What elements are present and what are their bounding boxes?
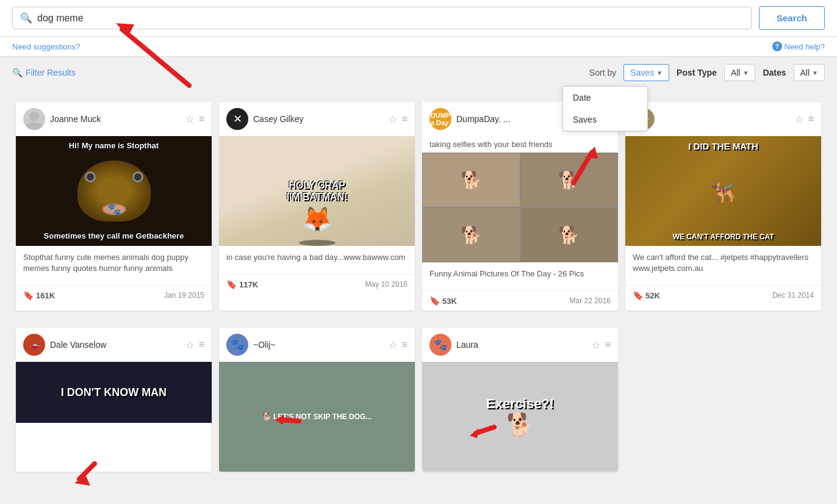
menu-icon-5[interactable]: ≡ [199, 339, 204, 350]
sort-by-label: Sort by [589, 68, 616, 77]
star-icon-1[interactable]: ☆ [185, 113, 194, 125]
card-actions-6: ☆ ≡ [389, 339, 408, 351]
meme-text-top-1: Hi! My name is Stopthat [69, 141, 159, 151]
dog-cell-2: 🐕 [520, 153, 619, 207]
need-suggestions-link[interactable]: Need suggestions? [12, 42, 80, 51]
toolbar: 🔍 Filter Results Sort by Saves ▼ Post Ty… [0, 57, 837, 88]
card-header-2: ✕ Casey Gilkey ☆ ≡ [219, 102, 415, 136]
card-date-4: Dec 31 2014 [772, 291, 814, 300]
empty-cell [622, 324, 825, 475]
card-body-4: We can't afford the cat... #jetpets #hap… [625, 246, 821, 285]
avatar-3: DUMPa Day [429, 108, 451, 130]
star-icon-4[interactable]: ☆ [795, 113, 803, 125]
user-name-6: ~Olij~ [253, 340, 384, 350]
avatar-5: 🚗 [23, 334, 45, 356]
card-actions-4: ☆ ≡ [795, 113, 814, 125]
bookmark-icon-4: 🔖 [633, 290, 643, 300]
search-bar: 🔍 [12, 7, 752, 29]
card-footer-4: 🔖 52K Dec 31 2014 [625, 285, 821, 305]
menu-icon-7[interactable]: ≡ [605, 339, 611, 350]
search-input[interactable] [37, 13, 744, 24]
menu-icon-2[interactable]: ≡ [402, 113, 408, 124]
chevron-down-icon: ▼ [812, 70, 818, 76]
saves-count-3: 🔖 53K [429, 296, 457, 306]
card-header-1: Joanne Muck ☆ ≡ [16, 102, 212, 136]
result-card-5: 🚗 Dale Vanselow ☆ ≡ I DON'T KNOW MAN [16, 328, 212, 472]
user-name-5: Dale Vanselow [50, 340, 181, 350]
dog-cell-4: 🐕 [520, 207, 619, 262]
help-circle-icon: ? [772, 41, 782, 51]
card-image-6: 🐕 LET'S NOT SKIP THE DOG... [219, 362, 415, 472]
svg-point-1 [26, 122, 43, 130]
sort-saves-button[interactable]: Saves ▼ [623, 64, 669, 81]
menu-icon-1[interactable]: ≡ [199, 113, 204, 124]
card-description-1: Stopthat funny cute memes animals dog pu… [23, 252, 204, 274]
card-footer-1: 🔖 161K Jan 19 2015 [16, 285, 212, 305]
card-description-2: in case you're having a bad day...www.ba… [226, 252, 408, 263]
avatar-1 [23, 108, 45, 130]
card-image-2: HOLY CRAPI'M BATMAN! 🦊 [219, 136, 415, 246]
meme-text-bottom-1: Sometimes they call me Getbackhere [44, 231, 184, 241]
menu-icon-6[interactable]: ≡ [402, 339, 408, 350]
svg-point-0 [29, 112, 39, 121]
card-actions-2: ☆ ≡ [389, 113, 408, 125]
card-date-1: Jan 19 2015 [164, 291, 204, 300]
toolbar-right: Sort by Saves ▼ Post Type All ▼ Dates Al… [589, 64, 825, 81]
card-image-1: Hi! My name is Stopthat 🐾 Sometimes they… [16, 136, 212, 246]
avatar-6: 🐾 [226, 334, 248, 356]
sub-header: Need suggestions? ? Need help? [0, 37, 837, 57]
card-image-3: 🐕 🐕 🐕 🐕 [422, 153, 618, 262]
avatar-7: 🐾 [429, 334, 451, 356]
card-body-3: Funny Animal Pictures Of The Day - 26 Pi… [422, 262, 618, 290]
need-help-link[interactable]: ? Need help? [772, 41, 825, 51]
result-card-3: DUMPa Day DumpaDay. ... ☆ ≡ taking selfi… [422, 102, 618, 311]
card-image-4: I DID THE MATH 🐕‍🦺 WE CAN'T AFFORD THE C… [625, 136, 821, 246]
result-card-4: 🐕 ☆ ≡ I DID THE MATH 🐕‍🦺 WE CAN'T AFFORD… [625, 102, 821, 311]
avatar-2: ✕ [226, 108, 248, 130]
card-header-4: 🐕 ☆ ≡ [625, 102, 821, 136]
card-description-3: Funny Animal Pictures Of The Day - 26 Pi… [429, 268, 611, 279]
star-icon-7[interactable]: ☆ [592, 339, 600, 351]
card-date-2: May 10 2016 [365, 280, 408, 289]
card-header-6: 🐾 ~Olij~ ☆ ≡ [219, 328, 415, 362]
post-type-button[interactable]: All ▼ [724, 64, 755, 81]
post-type-label: Post Type [677, 68, 717, 77]
search-button[interactable]: Search [759, 6, 825, 30]
dropdown-item-saves[interactable]: Saves [563, 109, 647, 131]
result-card-7: 🐾 Laura ☆ ≡ Exercise?! 🐕 [422, 328, 618, 472]
card-image-7: Exercise?! 🐕 [422, 362, 618, 472]
sort-dropdown: Date Saves [562, 86, 648, 131]
card-body-1: Stopthat funny cute memes animals dog pu… [16, 246, 212, 285]
card-actions-7: ☆ ≡ [592, 339, 611, 351]
card-date-3: Mar 22 2016 [570, 297, 611, 305]
card-actions-1: ☆ ≡ [185, 113, 204, 125]
user-name-2: Casey Gilkey [253, 114, 384, 124]
card-body-2: in case you're having a bad day...www.ba… [219, 246, 415, 274]
dog-cell-1: 🐕 [422, 153, 520, 207]
results-grid-row2: 🚗 Dale Vanselow ☆ ≡ I DON'T KNOW MAN 🐾 ~… [0, 324, 837, 485]
result-card-2: ✕ Casey Gilkey ☆ ≡ HOLY CRAPI'M BATMAN! … [219, 102, 415, 311]
star-icon-5[interactable]: ☆ [185, 339, 194, 351]
header: 🔍 Search [0, 0, 837, 37]
card-preview-text-3: taking selfies with your best friends [422, 136, 618, 153]
dog-cell-3: 🐕 [422, 207, 520, 262]
result-card-6: 🐾 ~Olij~ ☆ ≡ 🐕 LET'S NOT SKIP THE DOG... [219, 328, 415, 472]
star-icon-2[interactable]: ☆ [389, 113, 397, 125]
card-footer-2: 🔖 117K May 10 2016 [219, 274, 415, 294]
bookmark-icon-1: 🔖 [23, 290, 34, 300]
chevron-down-icon: ▼ [656, 70, 663, 76]
saves-count-4: 🔖 52K [633, 290, 660, 300]
search-icon: 🔍 [20, 12, 32, 24]
filter-icon: 🔍 [12, 68, 23, 77]
dates-button[interactable]: All ▼ [794, 64, 825, 81]
page-wrapper: 🔍 Search Need suggestions? ? Need help? … [0, 0, 837, 504]
user-name-1: Joanne Muck [50, 114, 181, 124]
menu-icon-4[interactable]: ≡ [808, 113, 814, 124]
card-description-4: We can't afford the cat... #jetpets #hap… [633, 252, 814, 274]
dropdown-item-date[interactable]: Date [563, 87, 647, 109]
star-icon-6[interactable]: ☆ [389, 339, 397, 351]
saves-count-2: 🔖 117K [226, 279, 258, 289]
result-card-1: Joanne Muck ☆ ≡ Hi! My name is Stopthat … [16, 102, 212, 311]
filter-results-btn[interactable]: 🔍 Filter Results [12, 68, 76, 77]
results-grid: Joanne Muck ☆ ≡ Hi! My name is Stopthat … [0, 88, 837, 324]
